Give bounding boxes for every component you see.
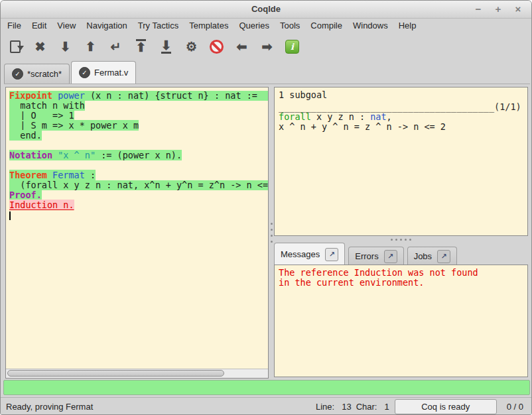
stop-button[interactable] [208, 36, 226, 56]
save-document-button[interactable] [6, 36, 24, 56]
editor-horizontal-scrollbar[interactable] [6, 369, 268, 378]
about-button[interactable]: i [283, 36, 301, 56]
menu-bar: FileEditViewNavigationTry TacticsTemplat… [2, 19, 530, 32]
menu-item-edit[interactable]: Edit [27, 19, 52, 32]
interrupt-icon: ⚙ [186, 40, 197, 53]
highlight-processed: Theorem Fermat : [9, 170, 96, 180]
coqide-window: CoqIde − + × FileEditViewNavigationTry T… [0, 0, 532, 415]
tab-label: Messages [281, 249, 320, 259]
tab-scratch[interactable]: ✓*scratch* [4, 64, 70, 84]
message-line: The reference Induction was not found [279, 268, 523, 278]
minimize-button[interactable]: − [472, 3, 485, 16]
menu-item-tools[interactable]: Tools [275, 19, 305, 32]
code-line [9, 160, 268, 170]
pending-counter: 0 / 0 [507, 402, 523, 412]
document-tab-bar: ✓*scratch*✓Fermat.v [4, 60, 530, 84]
backward-one-step-icon: ⬆ [86, 40, 96, 53]
tab-label: Fermat.v [94, 68, 128, 78]
go-to-start-icon: ⬆ [136, 39, 147, 54]
vertical-splitter[interactable] [269, 87, 274, 379]
script-editor[interactable]: Fixpoint power (x n : nat) {struct n} : … [6, 88, 268, 369]
toolbar: ✖⬇⬆↵⬆⬇⚙⬅➡i [2, 34, 530, 59]
next-occurrence-button[interactable]: ➡ [258, 36, 276, 56]
go-to-start-button[interactable]: ⬆ [132, 36, 150, 56]
previous-occurrence-button[interactable]: ⬅ [233, 36, 251, 56]
backward-one-step-button[interactable]: ⬆ [82, 36, 100, 56]
text-cursor [9, 211, 11, 220]
scrollbar-thumb[interactable] [7, 370, 224, 377]
tab-label: *scratch* [27, 69, 62, 79]
tab-label: Errors [355, 251, 378, 261]
goal-body: forall x y z n : nat,x ^ n + y ^ n = z ^… [279, 112, 523, 132]
close-button[interactable]: × [511, 3, 525, 16]
char-label: Char: [356, 402, 377, 412]
go-to-end-button[interactable]: ⬇ [157, 36, 175, 56]
stop-icon [210, 40, 224, 54]
detach-messages-button[interactable]: ↗ [325, 248, 338, 261]
highlight-processed: match n with [9, 100, 85, 111]
code-line: (forall x y z n : nat, x^n + y^n = z^n -… [9, 180, 268, 190]
window-title: CoqIde [1, 4, 531, 14]
detach-icon: ↗ [441, 252, 447, 261]
message-tab-bar: Messages↗Errors↗Jobs↗ [274, 243, 528, 265]
code-line: Theorem Fermat : [9, 170, 268, 180]
goal-panel: 1 subgoal ______________________________… [274, 87, 528, 236]
close-document-button[interactable]: ✖ [31, 36, 49, 56]
char-value: 1 [384, 402, 389, 412]
menu-item-compile[interactable]: Compile [305, 19, 348, 32]
goal-line: x ^ n + y ^ n = z ^ n -> n <= 2 [279, 122, 523, 132]
menu-item-windows[interactable]: Windows [348, 19, 393, 32]
menu-item-view[interactable]: View [52, 19, 81, 32]
code-line: Induction n. [9, 200, 268, 210]
subgoal-count: 1 subgoal [279, 90, 523, 100]
code-line: | S m => x * power x m [9, 121, 268, 131]
window-controls: − + × [472, 3, 525, 16]
tab-jobs[interactable]: Jobs↗ [407, 247, 457, 265]
horizontal-splitter[interactable] [274, 236, 528, 243]
close-document-icon: ✖ [35, 40, 46, 53]
code-line [9, 210, 268, 220]
title-bar: CoqIde − + × [1, 1, 531, 19]
detach-errors-button[interactable]: ↗ [384, 250, 397, 263]
goal-separator: ________________________________________… [279, 102, 523, 112]
forward-one-step-icon: ⬇ [60, 40, 71, 53]
check-icon: ✓ [79, 67, 90, 78]
go-to-cursor-button[interactable]: ↵ [107, 36, 125, 56]
goal-counter: (1/1) [494, 101, 521, 112]
message-line: in the current environment. [279, 278, 523, 288]
code-line: Proof. [9, 190, 268, 200]
status-bar: Ready, proving Fermat Line: 13 Char: 1 C… [1, 397, 531, 415]
forward-one-step-button[interactable]: ⬇ [56, 36, 74, 56]
script-editor-panel: Fixpoint power (x n : nat) {struct n} : … [5, 87, 269, 379]
code-line: end. [9, 131, 268, 141]
tab-errors[interactable]: Errors↗ [348, 247, 403, 265]
code-line: Notation "x ^ n" := (power x n). [9, 150, 268, 160]
code-line: | O => 1 [9, 111, 268, 121]
menu-item-templates[interactable]: Templates [184, 19, 233, 32]
tab-label: Jobs [414, 251, 432, 261]
menu-item-navigation[interactable]: Navigation [81, 19, 132, 32]
highlight-processed: | S m => x * power x m [9, 120, 139, 131]
about-icon: i [285, 40, 299, 54]
maximize-button[interactable]: + [492, 3, 505, 16]
menu-item-help[interactable]: Help [393, 19, 422, 32]
menu-item-file[interactable]: File [2, 19, 27, 32]
goal-line: forall x y z n : nat, [279, 112, 523, 122]
detach-jobs-button[interactable]: ↗ [437, 250, 450, 263]
line-value: 13 [342, 402, 351, 412]
menu-item-queries[interactable]: Queries [233, 19, 275, 32]
status-message: Ready, proving Fermat [6, 402, 311, 412]
interrupt-button[interactable]: ⚙ [182, 36, 200, 56]
coq-state-indicator: Coq is ready [395, 399, 497, 414]
tab-fermat-v[interactable]: ✓Fermat.v [71, 61, 136, 84]
code-line [9, 141, 268, 150]
tab-messages[interactable]: Messages↗ [274, 243, 345, 265]
save-document-icon [10, 40, 21, 53]
menu-item-try-tactics[interactable]: Try Tactics [133, 19, 184, 32]
go-to-cursor-icon: ↵ [111, 40, 121, 53]
check-icon: ✓ [12, 68, 23, 80]
next-occurrence-icon: ➡ [262, 40, 273, 53]
go-to-end-icon: ⬇ [161, 39, 172, 54]
previous-occurrence-icon: ⬅ [237, 40, 247, 53]
highlight-processed: Proof. [9, 190, 42, 200]
